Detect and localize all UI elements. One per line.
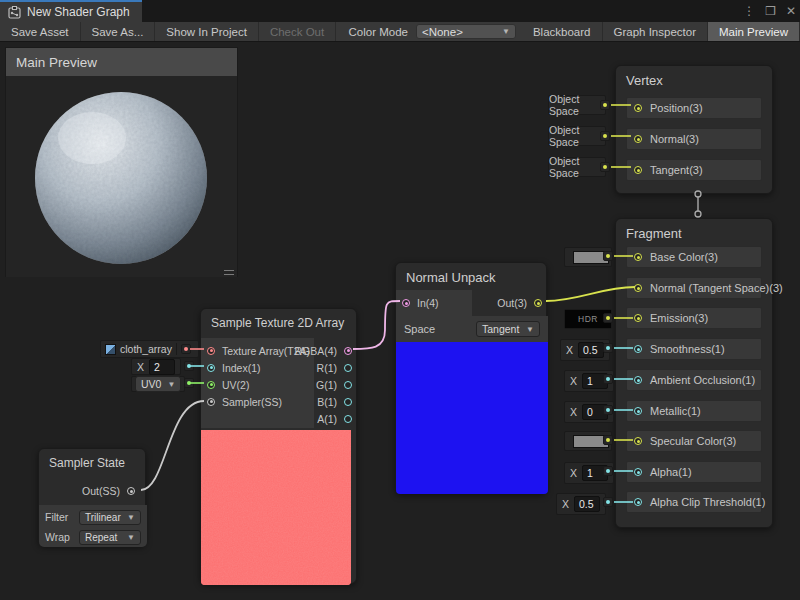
- vertex-slot-position[interactable]: Position(3): [626, 97, 762, 119]
- ambient-occlusion-port[interactable]: [634, 376, 642, 384]
- g-slot[interactable]: G(1): [314, 376, 358, 393]
- fragment-slot-alpha-clip[interactable]: Alpha Clip Threshold(1): [626, 491, 762, 513]
- fragment-node[interactable]: Fragment Base Color(3) Normal (Tangent S…: [615, 218, 773, 528]
- save-asset-button[interactable]: Save Asset: [0, 22, 81, 41]
- graph-inspector-toggle-button[interactable]: Graph Inspector: [603, 22, 708, 41]
- alpha-port[interactable]: [634, 468, 642, 476]
- shader-graph-asset-icon: [8, 6, 21, 19]
- r-slot[interactable]: R(1): [314, 359, 358, 376]
- widget-stub: [603, 497, 613, 507]
- slot-label: Sampler(SS): [222, 396, 282, 408]
- binding-label: Object Space: [549, 155, 605, 179]
- index-port[interactable]: [207, 364, 215, 372]
- tab-new-shader-graph[interactable]: New Shader Graph: [0, 0, 142, 22]
- value-input[interactable]: 0.5: [578, 342, 604, 358]
- save-as-button[interactable]: Save As...: [81, 22, 156, 41]
- uv-value: UV0: [141, 378, 161, 390]
- uv-port[interactable]: [207, 381, 215, 389]
- base-color-port[interactable]: [634, 253, 642, 261]
- out-ss-port[interactable]: [127, 487, 135, 495]
- uv-channel-dropdown[interactable]: UV0 ▼: [135, 376, 181, 392]
- in4-port[interactable]: [402, 299, 410, 307]
- binding-stub: [600, 162, 610, 172]
- blackboard-toggle-button[interactable]: Blackboard: [522, 22, 603, 41]
- vertex-slot-normal[interactable]: Normal(3): [626, 128, 762, 150]
- main-preview-header[interactable]: Main Preview: [6, 48, 237, 76]
- close-icon[interactable]: ✕: [786, 0, 796, 22]
- alpha-clip-threshold-port[interactable]: [634, 498, 642, 506]
- sampler-state-node[interactable]: Sampler State Out(SS) Filter Trilinear ▼…: [38, 448, 146, 546]
- out3-slot[interactable]: Out(3): [472, 290, 548, 316]
- specular-color-port[interactable]: [634, 437, 642, 445]
- sampler-slot[interactable]: Sampler(SS): [201, 393, 314, 410]
- in4-slot[interactable]: In(4): [396, 290, 472, 316]
- fragment-slot-smoothness[interactable]: Smoothness(1): [626, 338, 762, 360]
- value-input[interactable]: 2: [149, 359, 175, 375]
- wrap-dropdown[interactable]: Repeat ▼: [79, 530, 141, 545]
- vertex-slot-tangent[interactable]: Tangent(3): [626, 159, 762, 181]
- texture-array-port[interactable]: [207, 347, 215, 355]
- filter-dropdown[interactable]: Trilinear ▼: [79, 510, 141, 525]
- color-mode-dropdown[interactable]: <None> ▼: [416, 24, 516, 39]
- normal-port[interactable]: [634, 135, 642, 143]
- a-port[interactable]: [344, 415, 352, 423]
- binding-label: Object Space: [549, 124, 605, 148]
- main-preview-toggle-button[interactable]: Main Preview: [708, 22, 800, 41]
- normal-tangent-space-port[interactable]: [634, 284, 642, 292]
- b-slot[interactable]: B(1): [314, 393, 358, 410]
- color-mode-label: Color Mode: [341, 22, 416, 41]
- uv-channel-widget: UV0 ▼: [131, 376, 185, 392]
- g-port[interactable]: [344, 381, 352, 389]
- main-preview-viewport[interactable]: [6, 76, 237, 277]
- window-menu-icon[interactable]: ⋮: [743, 0, 755, 22]
- slot-label: R(1): [317, 362, 337, 374]
- position-port[interactable]: [634, 104, 642, 112]
- space-dropdown[interactable]: Tangent ▼: [476, 321, 540, 337]
- x-label: X: [562, 498, 569, 510]
- value-input[interactable]: 0.5: [574, 496, 600, 512]
- widget-stub: [603, 435, 613, 445]
- tangent-port[interactable]: [634, 166, 642, 174]
- sampler-state-title: Sampler State: [39, 449, 145, 476]
- fragment-slot-ambient-occlusion[interactable]: Ambient Occlusion(1): [626, 369, 762, 391]
- metallic-port[interactable]: [634, 407, 642, 415]
- slot-label: Smoothness(1): [650, 343, 725, 355]
- fragment-slot-alpha[interactable]: Alpha(1): [626, 461, 762, 483]
- normal-unpack-node[interactable]: Normal Unpack In(4) Out(3) Space Tangent…: [395, 262, 547, 494]
- vertex-node[interactable]: Vertex Position(3) Normal(3) Tangent(3): [615, 65, 773, 194]
- widget-stub: [181, 344, 191, 354]
- fragment-slot-metallic[interactable]: Metallic(1): [626, 400, 762, 422]
- preview-sphere: [6, 76, 237, 277]
- r-port[interactable]: [344, 364, 352, 372]
- fragment-slot-specular-color[interactable]: Specular Color(3): [626, 430, 762, 452]
- fragment-slot-emission[interactable]: Emission(3): [626, 307, 762, 329]
- out-ss-slot[interactable]: Out(SS): [41, 481, 141, 501]
- fragment-node-title: Fragment: [616, 219, 772, 247]
- slot-label: Normal (Tangent Space)(3): [650, 282, 783, 294]
- fragment-slot-normal[interactable]: Normal (Tangent Space)(3): [626, 277, 762, 299]
- sample-texture-2d-array-node[interactable]: Sample Texture 2D Array Texture Array(T2…: [200, 308, 357, 584]
- smoothness-port[interactable]: [634, 345, 642, 353]
- dropdown-arrow-icon: ▼: [502, 27, 510, 36]
- rgba-port[interactable]: [344, 347, 352, 355]
- maximize-icon[interactable]: ❒: [765, 0, 776, 22]
- index-value-field[interactable]: X 2: [131, 358, 181, 375]
- rgba-slot[interactable]: RGBA(4): [314, 342, 358, 359]
- panel-resize-handle[interactable]: [224, 270, 234, 275]
- widget-stub: [603, 466, 613, 476]
- emission-port[interactable]: [634, 314, 642, 322]
- graph-canvas[interactable]: Main Preview: [0, 42, 800, 600]
- b-port[interactable]: [344, 398, 352, 406]
- a-slot[interactable]: A(1): [314, 410, 358, 427]
- sample-texture-title: Sample Texture 2D Array: [201, 309, 356, 336]
- sample-texture-preview: [201, 430, 351, 585]
- alpha-clip-value-field[interactable]: X 0.5: [556, 493, 606, 515]
- index-slot[interactable]: Index(1): [201, 359, 314, 376]
- out3-port[interactable]: [534, 299, 542, 307]
- fragment-slot-base-color[interactable]: Base Color(3): [626, 246, 762, 268]
- slot-label: UV(2): [222, 379, 249, 391]
- slot-label: Out(3): [497, 297, 527, 309]
- sampler-port[interactable]: [207, 398, 215, 406]
- uv-slot[interactable]: UV(2): [201, 376, 314, 393]
- show-in-project-button[interactable]: Show In Project: [155, 22, 259, 41]
